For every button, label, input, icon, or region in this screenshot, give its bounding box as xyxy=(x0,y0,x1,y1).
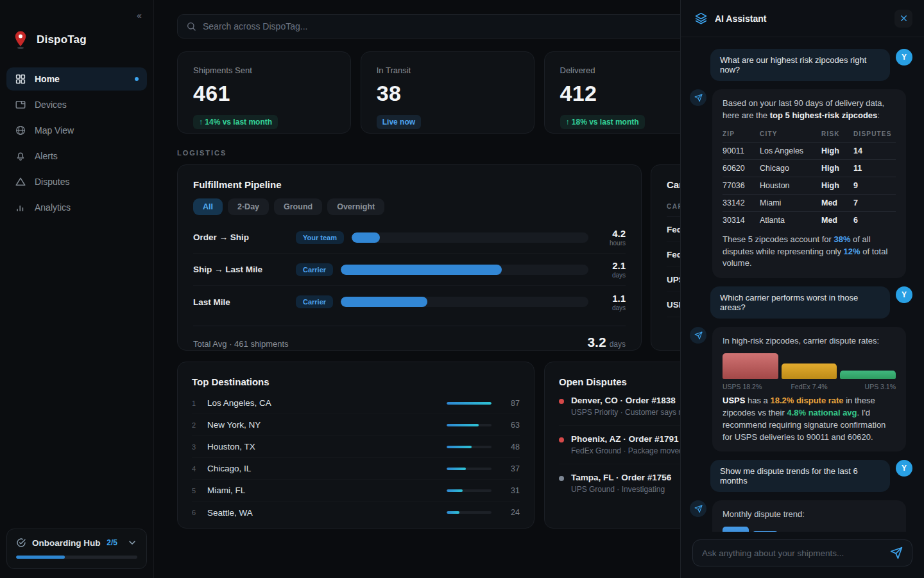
pipeline-value: 4.2hours xyxy=(596,228,626,247)
filter-chip-overnight[interactable]: Overnight xyxy=(327,198,384,215)
sidebar-item-label: Map View xyxy=(35,125,74,136)
table-row: 77036HoustonHigh9 xyxy=(723,177,896,194)
destination-bar-track xyxy=(447,402,492,405)
pipeline-stage-label: Last Mile xyxy=(193,297,288,307)
text-segment: These 5 zipcodes account for xyxy=(723,234,834,244)
destination-value: 87 xyxy=(501,399,520,408)
table-cell: 11 xyxy=(853,159,896,177)
ai-message-paragraph: These 5 zipcodes account for 38% of all … xyxy=(723,234,896,270)
message-row-ai: Based on your last 90 days of delivery d… xyxy=(690,89,912,278)
table-row: 90011Los AngelesHigh14 xyxy=(723,142,896,159)
stat-label: Shipments Sent xyxy=(193,66,335,75)
paper-plane-icon xyxy=(694,505,703,513)
ai-input-container[interactable] xyxy=(692,539,912,566)
pipeline-total-value: 3.2 xyxy=(587,335,606,350)
table-header-city: CITY xyxy=(760,128,821,143)
brand: DispoTag xyxy=(6,21,147,49)
pipeline-bar-fill xyxy=(352,232,380,243)
chart-label: FedEx 7.4% xyxy=(782,383,837,390)
table-cell: 77036 xyxy=(723,177,760,194)
sidebar-nav: HomeDevicesMap ViewAlertsDisputesAnalyti… xyxy=(6,67,147,219)
onboarding-label: Onboarding Hub xyxy=(32,538,100,548)
destination-bar-fill xyxy=(447,489,463,492)
table-cell: Chicago xyxy=(760,159,821,177)
table-cell: Los Angeles xyxy=(760,142,821,159)
pipeline-title: Fulfillment Pipeline xyxy=(193,179,626,190)
destination-rows: 1Los Angeles, CA872New York, NY633Housto… xyxy=(192,392,520,523)
bell-icon xyxy=(15,150,26,162)
destination-city: Houston, TX xyxy=(207,442,447,451)
globe-icon xyxy=(15,125,26,136)
onboarding-progress-count: 2/5 xyxy=(107,538,117,547)
user-message-bubble: Show me dispute trends for the last 6 mo… xyxy=(710,460,890,492)
table-cell: 6 xyxy=(853,211,896,229)
message-row-ai: In high-risk zipcodes, carrier dispute r… xyxy=(690,327,912,451)
ai-message-paragraph: Based on your last 90 days of delivery d… xyxy=(723,98,896,122)
send-icon[interactable] xyxy=(890,547,903,559)
pipeline-value-number: 2.1 xyxy=(596,260,626,271)
destination-value: 63 xyxy=(501,421,520,430)
user-message-bubble: Which carrier performs worst in those ar… xyxy=(710,286,890,319)
table-cell: 60620 xyxy=(723,159,760,177)
destination-city: Miami, FL xyxy=(207,486,447,495)
risk-zipcode-table: ZIPCITYRISKDISPUTES90011Los AngelesHigh1… xyxy=(723,128,896,229)
sidebar-item-devices[interactable]: Devices xyxy=(6,93,147,116)
active-dot xyxy=(135,77,139,81)
table-cell: 7 xyxy=(853,194,896,211)
user-avatar: Y xyxy=(896,460,912,477)
ai-chat-input[interactable] xyxy=(702,548,884,558)
table-header-risk: RISK xyxy=(821,128,853,143)
destination-row-chicago-il: 4Chicago, IL37 xyxy=(192,458,520,480)
chart-label: UPS 3.1% xyxy=(840,383,896,390)
onboarding-hub-card[interactable]: Onboarding Hub 2/5 xyxy=(6,529,147,569)
destination-bar-fill xyxy=(447,511,459,514)
chevron-down-icon[interactable] xyxy=(127,538,137,548)
dispute-title: Tampa, FL · Order #1756 xyxy=(571,473,671,482)
pipeline-row-ship-last-mile: Ship → Last MileCarrier2.1days xyxy=(193,254,626,286)
sidebar-item-alerts[interactable]: Alerts xyxy=(6,144,147,168)
status-dot-red xyxy=(559,437,564,442)
ai-panel-title: AI Assistant xyxy=(715,13,766,24)
collapse-sidebar-icon[interactable]: ‹‹ xyxy=(134,9,143,21)
destination-row-seattle-wa: 6Seattle, WA24 xyxy=(192,502,520,523)
destination-value: 31 xyxy=(501,486,520,495)
pipeline-row-last-mile: Last MileCarrier1.1days xyxy=(193,286,626,318)
destination-city: Chicago, IL xyxy=(207,464,447,473)
check-circle-icon xyxy=(16,538,26,548)
owner-badge: Your team xyxy=(296,231,344,244)
ai-message-paragraph: USPS has a 18.2% dispute rate in these z… xyxy=(723,395,896,443)
table-row: 33142MiamiMed7 xyxy=(723,194,896,211)
sidebar-item-home[interactable]: Home xyxy=(6,67,147,91)
sidebar-item-map-view[interactable]: Map View xyxy=(6,119,147,142)
message-row-user: Show me dispute trends for the last 6 mo… xyxy=(690,460,912,492)
pipeline-total-unit: days xyxy=(610,340,626,349)
filter-chip-2-day[interactable]: 2-Day xyxy=(228,198,269,215)
pipeline-stage-label: Order → Ship xyxy=(193,232,288,242)
stat-card-in-transit: In Transit38Live now xyxy=(361,51,535,134)
destination-bar-track xyxy=(447,511,492,514)
close-panel-button[interactable] xyxy=(894,10,912,28)
status-dot-slate xyxy=(559,476,564,481)
sidebar-item-analytics[interactable]: Analytics xyxy=(6,196,147,219)
bar-chart-icon xyxy=(15,202,26,213)
pipeline-value-number: 1.1 xyxy=(596,293,626,304)
top-destinations-card: Top Destinations 1Los Angeles, CA872New … xyxy=(177,362,535,529)
pipeline-value-number: 4.2 xyxy=(596,228,626,239)
filter-chip-ground[interactable]: Ground xyxy=(274,198,322,215)
filter-chip-all[interactable]: All xyxy=(193,198,223,215)
sidebar-item-disputes[interactable]: Disputes xyxy=(6,170,147,193)
destination-bar-track xyxy=(447,468,492,470)
table-cell: Med xyxy=(821,194,853,211)
text-segment: In high-risk zipcodes, carrier dispute r… xyxy=(723,336,879,346)
ai-message-paragraph: Monthly dispute trend: xyxy=(723,509,896,521)
paper-plane-icon xyxy=(694,94,703,102)
pipeline-filters: All2-DayGroundOvernight xyxy=(193,198,626,215)
grid-icon xyxy=(15,73,26,85)
pipeline-stage-label: Ship → Last Mile xyxy=(193,265,288,274)
pipeline-bar-fill xyxy=(341,297,427,307)
message-row-ai: Monthly dispute trend:OctNovDecJanFebMar… xyxy=(690,500,912,532)
pipeline-row-order-ship: Order → ShipYour team4.2hours xyxy=(193,222,626,254)
status-dot-red xyxy=(559,399,564,404)
table-cell: Med xyxy=(821,211,853,229)
table-cell: High xyxy=(821,159,853,177)
